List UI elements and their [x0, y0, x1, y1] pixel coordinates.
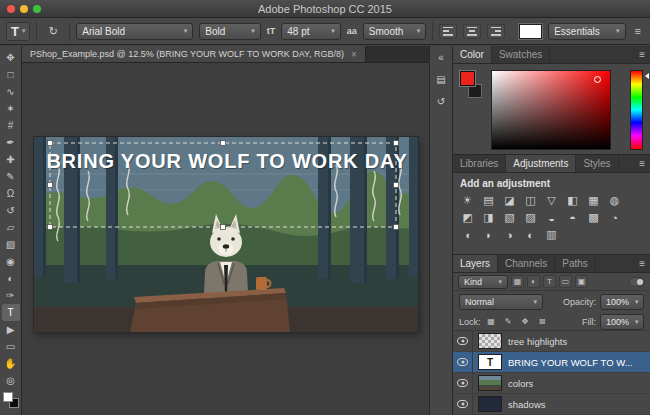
- zoom-tool[interactable]: ◎: [2, 372, 20, 389]
- marquee-tool[interactable]: □: [2, 66, 20, 83]
- gradient-tool[interactable]: ▧: [2, 236, 20, 253]
- quick-selection-tool[interactable]: ✶: [2, 100, 20, 117]
- pen-tool[interactable]: ✑: [2, 287, 20, 304]
- minimize-window-button[interactable]: [20, 5, 28, 13]
- adjustment-icon[interactable]: ▨: [523, 210, 538, 225]
- healing-brush-tool[interactable]: ✚: [2, 151, 20, 168]
- saturation-brightness-picker[interactable]: [491, 70, 611, 150]
- adjustment-icon[interactable]: ◨: [481, 210, 496, 225]
- pixel-filter-icon[interactable]: ▦: [511, 275, 524, 288]
- visibility-eye-icon[interactable]: [457, 358, 468, 366]
- filter-toggle-switch[interactable]: [629, 277, 645, 287]
- tab-channels[interactable]: Channels: [498, 255, 555, 272]
- adjustment-icon[interactable]: ◖: [460, 227, 475, 242]
- align-center-button[interactable]: [463, 24, 481, 39]
- adjustment-icon[interactable]: ◑: [502, 227, 517, 242]
- type-tool[interactable]: T: [2, 304, 20, 321]
- tab-paths[interactable]: Paths: [555, 255, 596, 272]
- history-brush-tool[interactable]: ↺: [2, 202, 20, 219]
- tab-libraries[interactable]: Libraries: [453, 155, 506, 172]
- align-right-button[interactable]: [487, 24, 505, 39]
- adjustment-icon[interactable]: ▥: [544, 227, 559, 242]
- adjustment-icon[interactable]: ☀: [460, 193, 475, 208]
- close-tab-icon[interactable]: ×: [351, 49, 357, 60]
- color-picker-ring[interactable]: [594, 76, 601, 83]
- tab-swatches[interactable]: Swatches: [492, 46, 550, 63]
- adjustment-icon[interactable]: ▩: [586, 210, 601, 225]
- adjustment-icon[interactable]: ◩: [460, 210, 475, 225]
- font-size-combo[interactable]: 48 pt ▾: [281, 23, 341, 40]
- tab-styles[interactable]: Styles: [576, 155, 618, 172]
- adjustment-icon[interactable]: ◔: [607, 210, 622, 225]
- dodge-tool[interactable]: ◐: [2, 270, 20, 287]
- adjustment-icon[interactable]: ◧: [565, 193, 580, 208]
- options-menu-icon[interactable]: ≡: [632, 25, 644, 37]
- zoom-window-button[interactable]: [33, 5, 41, 13]
- layer-name[interactable]: tree highlights: [508, 336, 567, 347]
- type-filter-icon[interactable]: T: [543, 275, 556, 288]
- hue-slider[interactable]: [630, 70, 643, 150]
- document-tab[interactable]: PShop_Example.psd @ 12.5% (BRING YOUR WO…: [22, 46, 366, 62]
- foreground-color-swatch[interactable]: [3, 392, 13, 402]
- collapse-dock-icon[interactable]: «: [433, 50, 450, 65]
- panel-menu-icon[interactable]: ≡: [634, 46, 650, 63]
- filter-kind-combo[interactable]: Kind ▾: [458, 275, 508, 289]
- adjustment-icon[interactable]: ▤: [481, 193, 496, 208]
- layer-row-headline-text[interactable]: T BRING YOUR WOLF TO W...: [453, 352, 650, 373]
- visibility-eye-icon[interactable]: [457, 400, 468, 408]
- clone-stamp-tool[interactable]: Ω: [2, 185, 20, 202]
- shape-tool[interactable]: ▭: [2, 338, 20, 355]
- layer-name[interactable]: colors: [508, 378, 533, 389]
- move-tool[interactable]: ✥: [2, 49, 20, 66]
- layer-thumbnail[interactable]: [478, 396, 502, 412]
- smart-object-filter-icon[interactable]: ▣: [575, 275, 588, 288]
- adjustment-icon[interactable]: ▦: [586, 193, 601, 208]
- lock-all-icon[interactable]: ⊠: [536, 315, 549, 328]
- tab-adjustments[interactable]: Adjustments: [506, 155, 576, 172]
- blur-tool[interactable]: ◉: [2, 253, 20, 270]
- adjustment-icon[interactable]: ◍: [607, 193, 622, 208]
- font-style-combo[interactable]: Bold ▾: [199, 23, 261, 40]
- layer-thumbnail[interactable]: [478, 375, 502, 391]
- workspace-combo[interactable]: Essentials ▾: [548, 23, 625, 40]
- foreground-color-box[interactable]: [460, 71, 475, 86]
- lasso-tool[interactable]: ∿: [2, 83, 20, 100]
- layer-name[interactable]: BRING YOUR WOLF TO W...: [508, 357, 633, 368]
- text-orientation-icon[interactable]: ↻: [43, 22, 63, 40]
- background-color-box[interactable]: [468, 84, 482, 98]
- opacity-combo[interactable]: 100% ▾: [600, 294, 644, 310]
- visibility-eye-icon[interactable]: [457, 337, 468, 345]
- canvas-pasteboard[interactable]: BRING YOUR WOLF TO WORK DAY BRING YOUR W…: [22, 63, 429, 415]
- adjustment-icon[interactable]: ◫: [523, 193, 538, 208]
- adjustment-icon[interactable]: ◗: [481, 227, 496, 242]
- layer-thumbnail[interactable]: [478, 333, 502, 349]
- tab-layers[interactable]: Layers: [453, 255, 498, 272]
- align-left-button[interactable]: [439, 24, 457, 39]
- layer-name[interactable]: shadows: [508, 399, 546, 410]
- eyedropper-tool[interactable]: ✒: [2, 134, 20, 151]
- text-layer-thumbnail[interactable]: T: [478, 354, 502, 370]
- layer-row-shadows[interactable]: shadows: [453, 394, 650, 415]
- adjustment-icon[interactable]: ◐: [523, 227, 538, 242]
- visibility-eye-icon[interactable]: [457, 379, 468, 387]
- artwork-image[interactable]: BRING YOUR WOLF TO WORK DAY BRING YOUR W…: [34, 137, 418, 332]
- layer-row-colors[interactable]: colors: [453, 373, 650, 394]
- lock-transparency-icon[interactable]: ▦: [485, 315, 498, 328]
- anti-alias-combo[interactable]: Smooth ▾: [363, 23, 427, 40]
- shape-filter-icon[interactable]: ▭: [559, 275, 572, 288]
- fill-combo[interactable]: 100% ▾: [600, 314, 644, 330]
- brush-tool[interactable]: ✎: [2, 168, 20, 185]
- crop-tool[interactable]: #: [2, 117, 20, 134]
- lock-pixels-icon[interactable]: ✎: [502, 315, 515, 328]
- adjustment-icon[interactable]: ◒: [544, 210, 559, 225]
- adjustment-filter-icon[interactable]: ◐: [527, 275, 540, 288]
- adjustment-icon[interactable]: ▽: [544, 193, 559, 208]
- blend-mode-combo[interactable]: Normal ▾: [459, 294, 543, 310]
- properties-panel-icon[interactable]: ▤: [433, 72, 450, 87]
- path-selection-tool[interactable]: ▶: [2, 321, 20, 338]
- panel-menu-icon[interactable]: ≡: [634, 155, 650, 172]
- adjustment-icon[interactable]: ◪: [502, 193, 517, 208]
- foreground-background-swatches[interactable]: [3, 392, 19, 408]
- text-color-swatch[interactable]: [519, 24, 542, 39]
- close-window-button[interactable]: [7, 5, 15, 13]
